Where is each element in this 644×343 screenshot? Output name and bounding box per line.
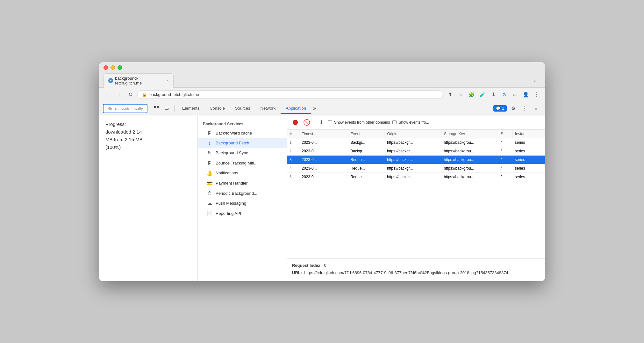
address-field[interactable]: 🔒 background-fetch.glitch.me	[137, 90, 443, 99]
tab-dropdown-btn[interactable]: ⌄	[529, 75, 540, 85]
reporting-icon: 📄	[207, 211, 212, 216]
table-header-row: # Timest... Event Origin Storage Key S..…	[287, 130, 545, 138]
record-circle	[293, 120, 298, 125]
tab-elements[interactable]: Elements	[177, 103, 204, 114]
profile-icon[interactable]: 👤	[521, 90, 530, 99]
sidebar-item-periodic[interactable]: ⏱ Periodic Background...	[198, 188, 287, 198]
main-content: Progress: downloaded 2.14 MB from 2.15 M…	[99, 115, 545, 281]
close-traffic-light[interactable]	[104, 65, 108, 70]
download-events-button[interactable]: ⬇	[317, 118, 326, 127]
tab-sources[interactable]: Sources	[230, 103, 255, 114]
svg-rect-2	[157, 106, 159, 107]
url-label: URL:	[292, 270, 302, 275]
table-row[interactable]: 3. 2023-0... Reque... https://backgr... …	[287, 155, 545, 164]
push-icon: ☁	[207, 201, 212, 206]
sidebar-item-label: Reporting API	[216, 211, 241, 216]
lock-icon: 🔒	[142, 92, 147, 97]
tab-application[interactable]: Application	[281, 103, 311, 114]
forward-button[interactable]: →	[114, 90, 123, 99]
cell-event: Backgr...	[348, 147, 384, 155]
sidebar-item-bgfetch[interactable]: ↕ Background Fetch	[198, 138, 287, 148]
sidebar-item-reporting[interactable]: 📄 Reporting API	[198, 208, 287, 219]
progress-line2: downloaded 2.14	[105, 129, 142, 135]
back-button[interactable]: ←	[103, 90, 112, 99]
table-row[interactable]: 1. 2023-0... Backgr... https://backgr...…	[287, 138, 545, 147]
tab-console[interactable]: Console	[204, 103, 230, 114]
tabs-row: ● background-fetch.glitch.me × + ⌄	[104, 73, 540, 87]
table-row[interactable]: 4. 2023-0... Reque... https://backgr... …	[287, 164, 545, 172]
extension-icon[interactable]: 🧩	[467, 90, 476, 99]
settings-icon[interactable]: ⚙	[508, 103, 518, 113]
address-text: background-fetch.glitch.me	[149, 92, 199, 97]
page-area: Progress: downloaded 2.14 MB from 2.15 M…	[99, 115, 198, 281]
sidebar-item-notifications[interactable]: 🔔 Notifications	[198, 168, 287, 178]
svg-rect-3	[157, 107, 159, 108]
cursor-icon[interactable]	[151, 103, 161, 113]
table-row[interactable]: 2. 2023-0... Backgr... https://backgr...…	[287, 147, 545, 155]
cell-num: 3.	[287, 155, 299, 164]
col-header-event: Event	[348, 130, 384, 138]
share-icon[interactable]: ⬆	[446, 90, 454, 99]
layout-icon[interactable]: ▭	[511, 90, 519, 99]
sidebar-item-bounce[interactable]: 🗄 Bounce Tracking Miti...	[198, 158, 287, 168]
sidebar-item-backforward[interactable]: 🗄 Back/forward cache	[198, 128, 287, 138]
show-events2-checkbox[interactable]	[392, 120, 397, 124]
cell-storkey: https://backgrou...	[441, 172, 498, 181]
sidebar-section-title: Background Services	[198, 119, 287, 128]
flask-icon[interactable]: 🧪	[478, 90, 487, 99]
cell-storkey: https://backgrou...	[441, 164, 498, 172]
request-index-label: Request Index:	[292, 263, 322, 268]
browser-more-icon[interactable]: ⋮	[532, 90, 541, 99]
col-header-inst: Instan...	[512, 130, 545, 138]
more-tabs-btn[interactable]: »	[311, 103, 318, 114]
new-tab-button[interactable]: +	[174, 75, 185, 86]
cell-inst: series	[512, 164, 545, 172]
cell-ts: 2023-0...	[299, 172, 348, 181]
cell-num: 2.	[287, 147, 299, 155]
bgfetch-icon: ↕	[207, 140, 212, 146]
col-header-storkey: Storage Key	[441, 130, 498, 138]
clear-button[interactable]: 🚫	[302, 118, 311, 127]
devtools-more-icon[interactable]: ⋮	[519, 103, 530, 113]
cell-storkey: https://backgrou...	[441, 138, 498, 147]
col-header-ts: Timest...	[299, 130, 348, 138]
table-row[interactable]: 5. 2023-0... Reque... https://backgr... …	[287, 172, 545, 181]
cell-origin: https://backgr...	[384, 155, 441, 164]
download-icon[interactable]: ⬇	[489, 90, 498, 99]
google-icon[interactable]: G	[500, 90, 509, 99]
sidebar-item-payment[interactable]: 💳 Payment Handler	[198, 178, 287, 188]
detail-panel: Request Index: 0 URL: https://cdn.glitch…	[287, 258, 545, 281]
show-events-checkbox[interactable]	[328, 120, 332, 124]
cell-inst: series	[512, 155, 545, 164]
periodic-icon: ⏱	[207, 191, 212, 196]
svg-rect-0	[154, 106, 156, 107]
record-button[interactable]	[291, 118, 300, 127]
tab-title: background-fetch.glitch.me	[115, 76, 163, 85]
maximize-traffic-light[interactable]	[118, 65, 122, 70]
message-icon: 💬	[496, 106, 501, 111]
toolbar-icons: ⬆ ☆ 🧩 🧪 ⬇ G ▭ 👤 ⋮	[446, 90, 541, 99]
minimize-traffic-light[interactable]	[111, 65, 115, 70]
cell-event: Reque...	[348, 155, 384, 164]
sidebar-item-label: Background Sync	[216, 150, 248, 155]
show-events-checkbox-label[interactable]: Show events from other domains	[328, 120, 390, 125]
message-badge[interactable]: 💬 1	[493, 105, 507, 112]
devtools-close-icon[interactable]: ×	[531, 103, 541, 113]
sidebar-item-label: Notifications	[216, 171, 238, 175]
notifications-icon: 🔔	[207, 170, 212, 176]
message-count: 1	[502, 106, 504, 111]
progress-line4: (100%)	[105, 144, 121, 150]
sidebar-item-bgsync[interactable]: ↻ Background Sync	[198, 148, 287, 158]
sidebar-item-label: Back/forward cache	[216, 131, 252, 135]
store-assets-button[interactable]: Store assets locally	[103, 104, 147, 113]
sidebar-item-push[interactable]: ☁ Push Messaging	[198, 198, 287, 208]
panel-toolbar: 🚫 ⬇ Show events from other domains Show …	[287, 115, 545, 130]
reload-button[interactable]: ↻	[126, 90, 135, 99]
responsive-icon[interactable]: ▭	[161, 103, 172, 113]
show-events2-checkbox-label[interactable]: Show events fro...	[392, 120, 429, 125]
bookmark-icon[interactable]: ☆	[456, 90, 465, 99]
tab-close-btn[interactable]: ×	[167, 78, 169, 83]
cell-s: /	[498, 164, 512, 172]
tab-network[interactable]: Network	[255, 103, 281, 114]
browser-tab[interactable]: ● background-fetch.glitch.me ×	[104, 73, 174, 88]
